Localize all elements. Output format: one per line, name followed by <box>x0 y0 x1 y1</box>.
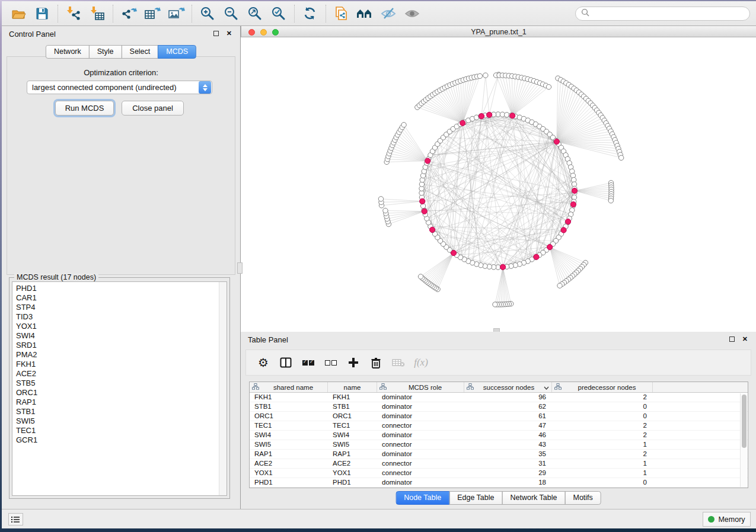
network-node[interactable] <box>378 197 383 201</box>
table-cell[interactable]: STB1 <box>250 402 328 411</box>
table-cell[interactable]: 1 <box>552 459 653 468</box>
first-neighbors-icon[interactable] <box>353 4 377 24</box>
table-cell[interactable]: 46 <box>464 431 552 440</box>
mcds-dominator-node[interactable] <box>460 120 465 126</box>
table-cell[interactable]: 2 <box>552 393 653 402</box>
table-cell[interactable]: 62 <box>464 402 552 411</box>
network-window-titlebar[interactable]: YPA_prune.txt_1 <box>241 26 756 37</box>
mcds-result-item[interactable]: TEC1 <box>12 426 227 435</box>
zoom-out-icon[interactable] <box>219 4 243 24</box>
network-node[interactable] <box>546 85 551 89</box>
table-cell[interactable]: PHD1 <box>328 478 377 487</box>
scrollbar-track[interactable] <box>219 282 227 495</box>
column-header-shared-name[interactable]: shared name <box>250 382 328 392</box>
mcds-dominator-node[interactable] <box>554 139 559 144</box>
network-node[interactable] <box>557 283 562 288</box>
mcds-result-item[interactable]: FKH1 <box>12 360 227 369</box>
mcds-result-item[interactable]: PMA2 <box>12 350 227 360</box>
network-node[interactable] <box>477 73 482 78</box>
table-cell[interactable]: connector <box>377 469 464 477</box>
delete-row-icon[interactable] <box>366 352 386 373</box>
tab-edge-table[interactable]: Edge Table <box>449 491 502 505</box>
mcds-dominator-node[interactable] <box>422 209 427 214</box>
column-header-predecessor-nodes[interactable]: predecessor nodes <box>552 382 653 392</box>
table-cell[interactable]: 43 <box>464 440 552 449</box>
export-image-icon[interactable] <box>164 4 188 24</box>
table-cell[interactable]: RAP1 <box>250 450 328 459</box>
mcds-dominator-node[interactable] <box>510 113 515 118</box>
network-node[interactable] <box>401 123 406 127</box>
table-cell[interactable]: 2 <box>552 421 653 430</box>
mcds-result-item[interactable]: GCR1 <box>12 435 227 445</box>
float-window-icon[interactable] <box>213 31 219 36</box>
network-node[interactable] <box>418 274 423 279</box>
mcds-result-item[interactable]: STB1 <box>12 407 227 416</box>
table-cell[interactable]: SWI5 <box>328 440 377 449</box>
table-row[interactable]: ACE2ACE2connector311 <box>250 459 748 469</box>
run-mcds-button[interactable]: Run MCDS <box>55 101 114 116</box>
mcds-result-item[interactable]: STP4 <box>12 303 227 312</box>
add-row-icon[interactable] <box>343 352 363 373</box>
import-table-icon[interactable] <box>85 4 109 24</box>
network-node[interactable] <box>608 198 613 203</box>
close-panel-button[interactable]: Close panel <box>122 101 184 116</box>
table-cell[interactable]: 2 <box>552 431 653 440</box>
vertical-splitter-handle[interactable] <box>237 262 243 274</box>
tab-node-table[interactable]: Node Table <box>395 491 449 505</box>
table-cell[interactable]: YOX1 <box>250 469 328 477</box>
table-cell[interactable]: 29 <box>464 469 552 477</box>
tab-select[interactable]: Select <box>122 45 159 59</box>
table-cell[interactable]: 1 <box>552 440 653 449</box>
table-cell[interactable]: connector <box>377 440 464 449</box>
table-row[interactable]: TEC1TEC1connector472 <box>250 421 748 431</box>
table-cell[interactable]: connector <box>377 421 464 430</box>
close-icon[interactable]: ✕ <box>227 30 232 37</box>
settings-gear-icon[interactable]: ⚙ <box>253 352 273 373</box>
clear-selection-icon[interactable] <box>321 352 341 373</box>
mcds-dominator-node[interactable] <box>570 201 576 207</box>
export-table-icon[interactable] <box>141 4 164 24</box>
table-row[interactable]: SWI4SWI4dominator462 <box>250 431 748 440</box>
table-cell[interactable]: 96 <box>464 393 552 402</box>
refresh-icon[interactable] <box>298 4 322 24</box>
zoom-fit-icon[interactable] <box>243 4 267 24</box>
table-cell[interactable]: ACE2 <box>250 459 328 468</box>
mcds-dominator-node[interactable] <box>420 198 425 204</box>
table-row[interactable]: ORC1ORC1dominator610 <box>250 412 748 421</box>
mcds-dominator-node[interactable] <box>547 245 553 250</box>
mcds-result-item[interactable]: SWI4 <box>12 331 227 341</box>
table-row[interactable]: STB1STB1dominator620 <box>250 402 748 412</box>
network-node[interactable] <box>618 155 623 160</box>
table-cell[interactable]: SWI4 <box>250 431 328 440</box>
table-row[interactable]: RAP1RAP1dominator352 <box>250 450 748 459</box>
table-cell[interactable]: 18 <box>464 478 552 487</box>
table-row[interactable]: YOX1YOX1connector291 <box>250 469 748 478</box>
table-cell[interactable]: dominator <box>377 431 464 440</box>
export-network-icon[interactable] <box>117 4 141 24</box>
network-node[interactable] <box>493 302 497 307</box>
table-cell[interactable]: 1 <box>552 469 653 477</box>
zoom-selected-icon[interactable] <box>267 4 291 24</box>
mcds-result-list[interactable]: PHD1CAR1STP4TID3YOX1SWI4SRD1PMA2FKH1ACE2… <box>12 281 227 496</box>
table-cell[interactable]: dominator <box>377 393 464 402</box>
zoom-in-icon[interactable] <box>196 4 219 24</box>
mcds-dominator-node[interactable] <box>534 254 539 259</box>
columns-icon[interactable] <box>276 352 296 373</box>
select-all-icon[interactable] <box>298 352 318 373</box>
mcds-dominator-node[interactable] <box>561 227 566 233</box>
tab-motifs[interactable]: Motifs <box>564 491 601 505</box>
table-cell[interactable]: 35 <box>464 450 552 459</box>
table-cell[interactable]: YOX1 <box>328 469 377 477</box>
mcds-dominator-node[interactable] <box>487 112 492 117</box>
table-cell[interactable]: 0 <box>552 478 653 487</box>
network-node[interactable] <box>483 73 488 78</box>
mcds-result-item[interactable]: STB5 <box>12 379 227 388</box>
memory-button[interactable]: Memory <box>703 512 751 527</box>
table-row[interactable]: PHD1PHD1dominator180 <box>250 478 748 488</box>
table-cell[interactable]: TEC1 <box>250 421 328 430</box>
criterion-dropdown[interactable]: largest connected component (undirected) <box>27 81 212 94</box>
mcds-result-item[interactable]: PHD1 <box>12 284 227 293</box>
table-cell[interactable]: RAP1 <box>328 450 377 459</box>
mcds-dominator-node[interactable] <box>500 264 506 270</box>
table-cell[interactable]: 61 <box>464 412 552 421</box>
